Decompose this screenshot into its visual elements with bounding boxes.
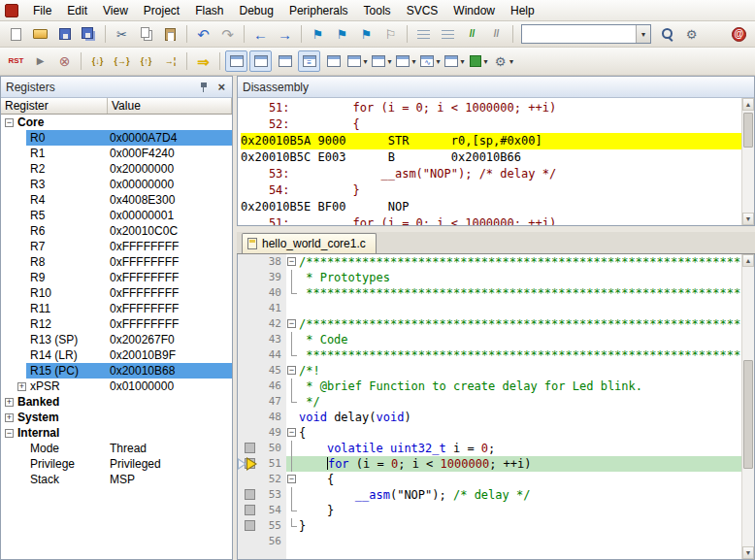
- register-row-r10[interactable]: R100xFFFFFFFF: [1, 285, 232, 301]
- clear-bookmarks-button[interactable]: ⚐: [379, 23, 402, 45]
- breakpoint-gutter[interactable]: [238, 441, 261, 456]
- outdent-button[interactable]: [412, 23, 435, 45]
- breakpoint-gutter[interactable]: [238, 503, 261, 518]
- menu-peripherals[interactable]: Peripherals: [281, 1, 356, 20]
- disassembly-window-button[interactable]: [249, 50, 272, 72]
- step-over-button[interactable]: {→}: [111, 50, 133, 72]
- register-row-r5[interactable]: R50x00000001: [1, 208, 232, 223]
- editor-search-combo[interactable]: ▾: [521, 24, 651, 44]
- disassembly-code-area[interactable]: 51: for (i = 0; i < 1000000; ++i) 52: { …: [238, 98, 741, 225]
- expand-icon[interactable]: +: [17, 382, 26, 391]
- menu-help[interactable]: Help: [503, 1, 542, 20]
- fold-collapse-icon[interactable]: −: [287, 428, 296, 437]
- editor-code-area[interactable]: 38−/************************************…: [238, 254, 741, 559]
- register-row-r15-pc[interactable]: R15 (PC)0x20010B68: [1, 363, 232, 379]
- fold-margin[interactable]: −: [286, 254, 299, 270]
- breakpoint-gutter[interactable]: [238, 316, 261, 332]
- indent-button[interactable]: [437, 23, 459, 45]
- executable-line-marker[interactable]: [245, 443, 255, 453]
- breakpoint-gutter[interactable]: [238, 379, 261, 394]
- register-row-r0[interactable]: R00x0000A7D4: [1, 130, 232, 146]
- code-text[interactable]: volatile uint32_t i = 0;: [299, 441, 495, 456]
- scroll-track[interactable]: [742, 111, 754, 213]
- editor-line-55[interactable]: 55}: [238, 518, 741, 534]
- fold-collapse-icon[interactable]: −: [287, 475, 296, 483]
- register-row-xpsr[interactable]: +xPSR0x01000000: [1, 379, 232, 394]
- register-row-r2[interactable]: R20x20000000: [1, 161, 232, 177]
- editor-line-50[interactable]: 50 volatile uint32_t i = 0;: [238, 441, 741, 456]
- code-text[interactable]: */: [299, 394, 320, 410]
- code-text[interactable]: * Code: [299, 332, 348, 347]
- disassembly-line[interactable]: 54: }: [241, 182, 741, 199]
- code-text[interactable]: ****************************************…: [299, 347, 741, 363]
- editor-scrollbar[interactable]: ▲ ▼: [741, 254, 754, 559]
- scroll-up-icon[interactable]: ▲: [742, 254, 754, 267]
- disassembly-line[interactable]: 51: for (i = 0; i < 1000000; ++i): [241, 100, 741, 116]
- register-row-r12[interactable]: R120xFFFFFFFF: [1, 316, 232, 332]
- fold-collapse-icon[interactable]: −: [287, 366, 296, 375]
- column-header-value[interactable]: Value: [108, 98, 232, 114]
- menu-file[interactable]: File: [25, 1, 59, 20]
- fold-collapse-icon[interactable]: −: [287, 319, 296, 328]
- scroll-thumb[interactable]: [743, 113, 753, 148]
- call-stack-window-button[interactable]: [322, 50, 345, 72]
- undo-button[interactable]: ↶: [192, 23, 214, 45]
- fold-margin[interactable]: −: [286, 472, 299, 487]
- breakpoint-gutter[interactable]: [238, 487, 261, 503]
- code-text[interactable]: /*!: [299, 363, 320, 379]
- navigate-forward-button[interactable]: →: [274, 23, 296, 45]
- register-row-system[interactable]: +System: [1, 410, 232, 425]
- pin-icon[interactable]: [199, 81, 210, 93]
- register-row-r13-sp[interactable]: R13 (SP)0x200267F0: [1, 332, 232, 347]
- scroll-thumb[interactable]: [743, 360, 753, 469]
- menu-svcs[interactable]: SVCS: [399, 1, 446, 20]
- watch-window-button[interactable]: ▾: [346, 50, 369, 72]
- code-text[interactable]: {: [299, 425, 306, 441]
- scroll-down-icon[interactable]: ▼: [742, 213, 754, 225]
- prev-bookmark-button[interactable]: ⚑: [331, 23, 353, 45]
- system-viewer-button[interactable]: ▾: [468, 50, 490, 72]
- run-button[interactable]: ▶: [29, 50, 51, 72]
- register-row-core[interactable]: −Core: [1, 115, 232, 130]
- comment-button[interactable]: //: [461, 23, 483, 45]
- register-row-r3[interactable]: R30x00000000: [1, 177, 232, 192]
- menu-edit[interactable]: Edit: [59, 1, 95, 20]
- save-all-button[interactable]: [78, 23, 100, 45]
- breakpoint-gutter[interactable]: [238, 456, 261, 472]
- cut-button[interactable]: ✂: [111, 23, 133, 45]
- scroll-track[interactable]: [742, 267, 754, 546]
- paste-button[interactable]: [159, 23, 181, 45]
- register-row-r6[interactable]: R60x20010C0C: [1, 223, 232, 239]
- menu-tools[interactable]: Tools: [356, 1, 399, 20]
- breakpoint-gutter[interactable]: [238, 472, 261, 487]
- show-current-statement-button[interactable]: ⇒: [192, 50, 214, 72]
- configure-button[interactable]: ⚙: [680, 23, 703, 45]
- register-row-privilege[interactable]: PrivilegePrivileged: [1, 456, 232, 472]
- code-text[interactable]: ****************************************…: [299, 285, 741, 301]
- new-file-button[interactable]: [5, 23, 27, 45]
- toggle-bookmark-button[interactable]: ⚑: [307, 23, 329, 45]
- code-text[interactable]: void delay(void): [299, 410, 411, 425]
- collapse-icon[interactable]: −: [5, 429, 14, 438]
- editor-line-54[interactable]: 54 }: [238, 503, 741, 518]
- register-row-banked[interactable]: +Banked: [1, 394, 232, 410]
- copy-button[interactable]: [135, 23, 157, 45]
- code-text[interactable]: __asm("NOP"); /* delay */: [299, 487, 530, 503]
- help-button[interactable]: @: [728, 23, 750, 45]
- disassembly-line[interactable]: 51: for (i = 0; i < 1000000; ++i): [241, 215, 741, 225]
- register-row-r11[interactable]: R110xFFFFFFFF: [1, 301, 232, 316]
- fold-margin[interactable]: −: [286, 363, 299, 379]
- menu-window[interactable]: Window: [445, 1, 503, 20]
- fold-margin[interactable]: −: [286, 316, 299, 332]
- save-button[interactable]: [53, 23, 76, 45]
- disassembly-line[interactable]: 0x20010B5E BF00 NOP: [241, 199, 741, 215]
- trace-window-button[interactable]: ▾: [443, 50, 466, 72]
- menu-flash[interactable]: Flash: [187, 1, 231, 20]
- breakpoint-gutter[interactable]: [238, 518, 261, 534]
- navigate-back-button[interactable]: ←: [249, 23, 272, 45]
- find-in-files-button[interactable]: [656, 23, 678, 45]
- next-bookmark-button[interactable]: ⚑: [355, 23, 378, 45]
- editor-line-38[interactable]: 38−/************************************…: [238, 254, 741, 270]
- run-to-cursor-button[interactable]: →¦: [159, 50, 181, 72]
- disassembly-line[interactable]: 53: __asm("NOP"); /* delay */: [241, 166, 741, 182]
